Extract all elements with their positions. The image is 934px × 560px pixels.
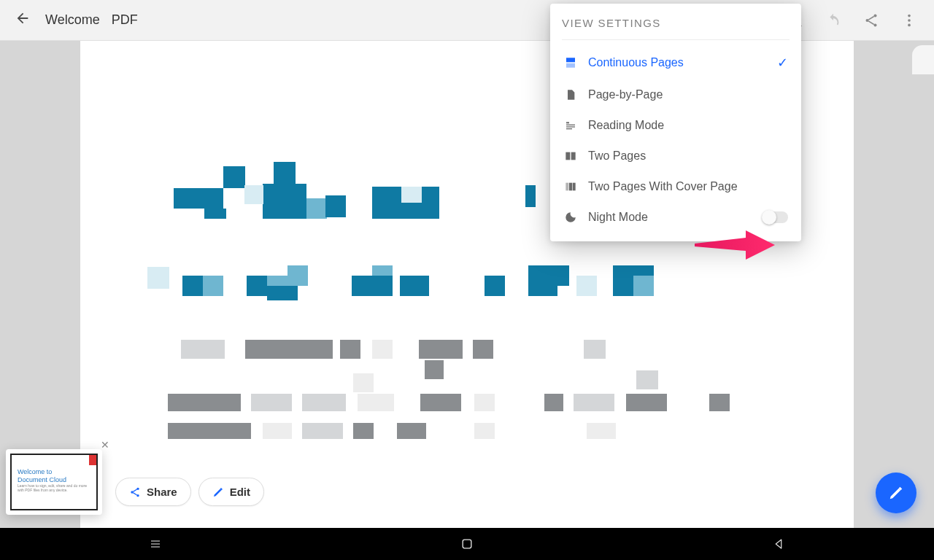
- thumbnail-content: Welcome toDocument Cloud Learn how to si…: [10, 454, 98, 510]
- svg-rect-14: [566, 126, 575, 127]
- share-icon[interactable]: [861, 10, 881, 31]
- android-nav-bar: [0, 528, 934, 560]
- back-button[interactable]: [9, 7, 36, 33]
- document-type-badge: PDF: [112, 12, 138, 28]
- svg-point-9: [908, 23, 911, 26]
- svg-rect-15: [566, 128, 572, 129]
- continuous-pages-icon: [563, 56, 578, 69]
- svg-line-26: [133, 492, 136, 494]
- option-two-pages-cover[interactable]: Two Pages With Cover Page: [562, 171, 790, 202]
- check-icon: ✓: [777, 55, 788, 71]
- option-continuous-pages[interactable]: Continuous Pages ✓: [562, 46, 790, 79]
- share-icon: [129, 486, 141, 498]
- edit-fab[interactable]: [876, 472, 916, 513]
- option-night-mode[interactable]: Night Mode: [562, 202, 790, 233]
- option-page-by-page[interactable]: Page-by-Page: [562, 79, 790, 110]
- svg-point-2: [873, 14, 876, 17]
- nav-back-icon[interactable]: [764, 529, 793, 559]
- nav-home-icon[interactable]: [452, 529, 482, 559]
- option-label: Reading Mode: [588, 119, 664, 132]
- night-mode-toggle[interactable]: [763, 211, 788, 223]
- option-reading-mode[interactable]: Reading Mode: [562, 110, 790, 141]
- thumbnail-subtitle: Learn how to sign, edit, share and do mo…: [18, 484, 90, 492]
- two-pages-cover-icon: [563, 181, 578, 192]
- svg-line-25: [133, 489, 136, 491]
- edit-button[interactable]: Edit: [198, 478, 264, 506]
- svg-rect-16: [566, 152, 570, 160]
- panel-divider: [562, 39, 790, 40]
- svg-point-7: [908, 14, 911, 17]
- svg-marker-21: [695, 230, 775, 260]
- share-label: Share: [147, 486, 177, 498]
- document-title: Welcome: [45, 12, 100, 28]
- bookmark-tab[interactable]: [912, 45, 934, 74]
- svg-line-5: [868, 16, 874, 20]
- svg-rect-13: [566, 125, 575, 125]
- svg-rect-10: [566, 58, 575, 62]
- option-two-pages[interactable]: Two Pages: [562, 141, 790, 171]
- page-thumbnail-preview[interactable]: ✕ Welcome toDocument Cloud Learn how to …: [6, 449, 102, 515]
- pencil-icon: [212, 486, 224, 498]
- svg-rect-19: [569, 183, 572, 191]
- view-settings-panel: VIEW SETTINGS Continuous Pages ✓ Page-by…: [550, 4, 801, 241]
- svg-rect-11: [566, 63, 575, 68]
- svg-line-6: [868, 20, 874, 24]
- night-mode-icon: [563, 211, 578, 224]
- thumbnail-close-icon[interactable]: ✕: [101, 439, 109, 451]
- overflow-menu-icon[interactable]: [899, 10, 919, 31]
- svg-point-4: [873, 23, 876, 26]
- thumbnail-title: Welcome toDocument Cloud: [18, 468, 66, 484]
- edit-label: Edit: [230, 486, 250, 498]
- adobe-badge-icon: [89, 455, 96, 465]
- annotation-arrow: [695, 230, 775, 262]
- share-button[interactable]: Share: [115, 478, 191, 506]
- option-label: Continuous Pages: [588, 56, 684, 69]
- svg-rect-17: [571, 152, 576, 160]
- action-pill-row: Share Edit: [115, 478, 264, 506]
- svg-rect-20: [573, 183, 576, 191]
- option-label: Two Pages: [588, 149, 646, 163]
- reading-mode-icon: [563, 120, 578, 131]
- two-pages-icon: [563, 150, 578, 162]
- undo-icon[interactable]: [823, 10, 844, 31]
- svg-rect-18: [566, 183, 568, 191]
- svg-rect-30: [463, 540, 471, 548]
- svg-rect-12: [566, 122, 569, 123]
- option-label: Night Mode: [588, 211, 648, 224]
- option-label: Page-by-Page: [588, 88, 663, 101]
- page-by-page-icon: [563, 88, 578, 101]
- nav-recent-apps-icon[interactable]: [141, 529, 170, 559]
- option-label: Two Pages With Cover Page: [588, 180, 738, 193]
- svg-point-8: [908, 19, 911, 22]
- panel-title: VIEW SETTINGS: [562, 17, 790, 29]
